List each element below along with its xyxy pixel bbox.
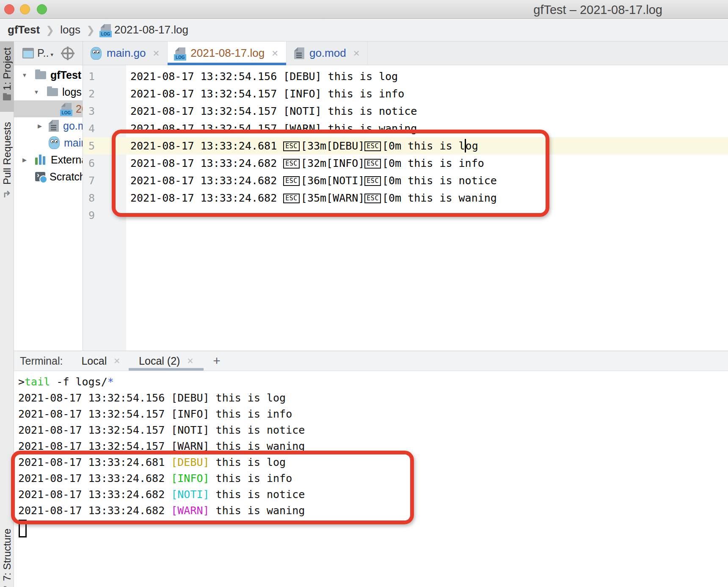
- pull-requests-label: Pull Requests: [1, 122, 13, 185]
- chevron-right-icon[interactable]: ▶: [35, 123, 44, 129]
- go-gopher-icon: [49, 136, 60, 149]
- terminal-tab-local-2-active[interactable]: Local (2) ✕: [139, 351, 193, 371]
- tool-window-button-project[interactable]: 1: Project: [0, 42, 14, 112]
- folder-icon: [47, 88, 58, 96]
- breadcrumb-file[interactable]: 2021-08-17.log: [114, 23, 188, 36]
- editor-line: 2021-08-17 13:33:24.681 ESC[33m[DEBU]ESC…: [126, 137, 728, 155]
- esc-control-glyph: ESC: [364, 176, 381, 186]
- terminal-line: 2021-08-17 13:32:54.157 [WARN] this is w…: [18, 438, 728, 454]
- editor-tab-main-go[interactable]: main.go ✕: [83, 42, 168, 65]
- tool-window-stripe: 1: Project Pull Requests 7: Structure s: [0, 42, 14, 587]
- text-segment: tail: [25, 376, 50, 388]
- editor-line: 2021-08-17 13:32:54.156 [DEBU] this is l…: [126, 68, 728, 85]
- line-number: 5: [83, 137, 126, 155]
- text-segment: 2021-08-17 13:33:24.682: [130, 157, 283, 169]
- tree-item-gftest[interactable]: ▼ gfTest: [14, 66, 83, 83]
- text-segment: [0m this is l: [382, 140, 465, 152]
- tab-label: go.mod: [309, 47, 346, 60]
- text-segment: 2021-08-17 13:32:54.157 [WARN] this is w…: [130, 122, 417, 135]
- text-segment: [32m[INFO]: [301, 157, 365, 169]
- text-segment: >: [18, 376, 25, 388]
- terminal-line: 2021-08-17 13:33:24.682 [INFO] this is i…: [18, 471, 728, 487]
- esc-control-glyph: ESC: [283, 159, 300, 169]
- locate-file-icon[interactable]: [62, 47, 74, 59]
- tree-item-go-mod[interactable]: ▶ go.mod: [14, 117, 83, 134]
- close-tab-icon[interactable]: ✕: [271, 48, 279, 58]
- esc-control-glyph: ESC: [283, 176, 300, 186]
- macos-titlebar[interactable]: gfTest – 2021-08-17.log: [0, 0, 728, 19]
- close-window-button[interactable]: [4, 4, 14, 14]
- tree-item-label: External Libraries: [51, 154, 83, 166]
- structure-label: 7: Structure: [1, 529, 13, 581]
- chevron-down-icon[interactable]: ▼: [20, 72, 29, 78]
- text-segment: *: [108, 376, 114, 388]
- go-mod-file-icon: [49, 120, 59, 132]
- text-segment: this is waning: [210, 504, 305, 517]
- log-file-icon: LOG: [101, 24, 111, 36]
- pull-requests-icon: [3, 190, 11, 201]
- project-view-selector[interactable]: P..: [37, 47, 49, 59]
- terminal-line: 2021-08-17 13:32:54.157 [NOTI] this is n…: [18, 422, 728, 438]
- line-number: 1: [83, 68, 126, 85]
- terminal-panel-title: Terminal:: [20, 355, 63, 367]
- close-tab-icon[interactable]: ✕: [187, 356, 193, 366]
- tree-item-scratches[interactable]: Scratches and Consoles: [14, 168, 83, 185]
- esc-control-glyph: ESC: [364, 159, 381, 169]
- terminal-line: 2021-08-17 13:32:54.156 [DEBU] this is l…: [18, 390, 728, 406]
- new-terminal-session-button[interactable]: +: [213, 354, 221, 368]
- minimize-window-button[interactable]: [20, 4, 30, 14]
- project-tree-panel: ▼ gfTest ▼ logs LOG 2021-08-17.log ▶ go.…: [14, 65, 83, 351]
- terminal-tab-label: Local: [81, 355, 107, 367]
- editor-line: 2021-08-17 13:33:24.682 ESC[35m[WARN]ESC…: [126, 189, 728, 207]
- text-segment: og: [466, 140, 478, 152]
- tool-window-button-structure[interactable]: 7: Structure s: [0, 529, 14, 587]
- close-tab-icon[interactable]: ✕: [353, 48, 360, 58]
- scratches-icon: [35, 172, 45, 181]
- project-panel-header: P.. ▼: [14, 42, 83, 65]
- text-segment: -f logs/: [50, 376, 107, 388]
- chevron-right-icon[interactable]: ▶: [20, 157, 29, 163]
- text-segment: 2021-08-17 13:33:24.682: [130, 174, 283, 187]
- tree-item-log-file-selected[interactable]: LOG 2021-08-17.log: [14, 100, 83, 117]
- editor-tab-go-mod[interactable]: go.mod ✕: [287, 42, 368, 65]
- close-tab-icon[interactable]: ✕: [113, 356, 120, 366]
- text-segment: this is log: [210, 456, 286, 468]
- terminal-header: Terminal: Local ✕ Local (2) ✕ +: [14, 351, 728, 371]
- text-segment: [0m this is notice: [382, 174, 497, 187]
- editor-area[interactable]: 2021-08-17 13:32:54.156 [DEBU] this is l…: [126, 65, 728, 351]
- text-segment: this is info: [210, 472, 292, 485]
- tree-item-logs[interactable]: ▼ logs: [14, 83, 83, 100]
- text-segment: 2021-08-17 13:33:24.682: [18, 504, 171, 517]
- tool-window-button-pull-requests[interactable]: Pull Requests: [0, 117, 14, 221]
- chevron-down-icon[interactable]: ▼: [32, 89, 41, 95]
- close-tab-icon[interactable]: ✕: [153, 48, 160, 58]
- editor-tab-log-active[interactable]: LOG 2021-08-17.log ✕: [168, 42, 287, 65]
- terminal-output[interactable]: >tail -f logs/*2021-08-17 13:32:54.156 […: [14, 372, 728, 587]
- text-segment: [WARN]: [171, 504, 209, 517]
- tab-label: main.go: [107, 47, 146, 60]
- project-view-icon[interactable]: [22, 48, 34, 58]
- breadcrumb-project[interactable]: gfTest: [8, 23, 40, 36]
- zoom-window-button[interactable]: [37, 4, 47, 14]
- text-segment: [33m[DEBU]: [301, 140, 365, 152]
- tree-item-label: 2021-08-17.log: [76, 103, 83, 115]
- tree-item-external-libraries[interactable]: ▶ External Libraries: [14, 151, 83, 168]
- breadcrumb-separator-icon: ❯: [46, 24, 54, 36]
- text-segment: 2021-08-17 13:33:24.682: [18, 472, 171, 485]
- text-segment: 2021-08-17 13:32:54.157 [WARN] this is w…: [18, 440, 305, 452]
- text-segment: 2021-08-17 13:32:54.156 [DEBU] this is l…: [18, 392, 286, 404]
- text-segment: 2021-08-17 13:32:54.157 [NOTI] this is n…: [130, 105, 417, 117]
- line-number: 7: [83, 172, 126, 189]
- terminal-tab-local[interactable]: Local ✕: [81, 351, 120, 371]
- breadcrumb-folder[interactable]: logs: [60, 23, 80, 36]
- terminal-line: 2021-08-17 13:33:24.682 [NOTI] this is n…: [18, 487, 728, 503]
- tree-item-label: logs: [62, 86, 82, 98]
- tree-item-main-go[interactable]: main.go: [14, 134, 83, 151]
- line-number: 8: [83, 189, 126, 207]
- project-folder-icon: [3, 94, 11, 100]
- breadcrumb-separator-icon: ❯: [86, 24, 95, 36]
- text-segment: 2021-08-17 13:32:54.156 [DEBU] this is l…: [130, 70, 398, 83]
- line-number: 6: [83, 155, 126, 172]
- editor-tabbar: P.. ▼ main.go ✕ LOG 2021-08-17.log ✕ go.…: [14, 42, 728, 65]
- esc-control-glyph: ESC: [283, 141, 300, 151]
